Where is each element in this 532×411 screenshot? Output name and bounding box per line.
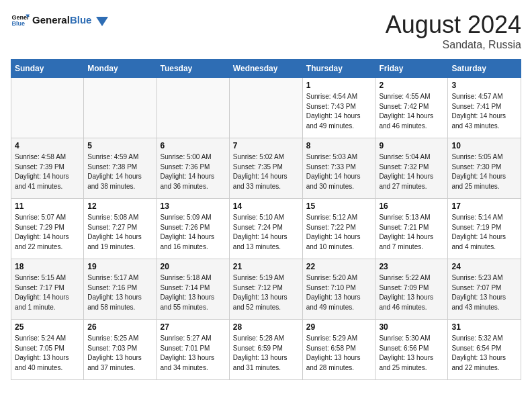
day-cell: 18Sunrise: 5:15 AM Sunset: 7:17 PM Dayli… — [11, 259, 84, 320]
day-number: 23 — [379, 262, 444, 271]
day-info: Sunrise: 4:55 AM Sunset: 7:42 PM Dayligh… — [379, 92, 444, 131]
day-cell: 14Sunrise: 5:10 AM Sunset: 7:24 PM Dayli… — [229, 199, 302, 259]
day-cell: 23Sunrise: 5:22 AM Sunset: 7:09 PM Dayli… — [375, 259, 448, 320]
calendar-header-row: SundayMondayTuesdayWednesdayThursdayFrid… — [11, 60, 521, 78]
calendar-body: 1Sunrise: 4:54 AM Sunset: 7:43 PM Daylig… — [11, 78, 521, 380]
logo-text: GeneralBlue — [32, 14, 108, 26]
day-number: 18 — [15, 262, 80, 271]
day-info: Sunrise: 5:20 AM Sunset: 7:10 PM Dayligh… — [306, 273, 372, 312]
day-cell — [11, 78, 84, 138]
day-info: Sunrise: 5:28 AM Sunset: 6:59 PM Dayligh… — [233, 334, 299, 373]
day-cell: 26Sunrise: 5:25 AM Sunset: 7:03 PM Dayli… — [84, 320, 157, 380]
day-number: 4 — [15, 141, 80, 150]
day-cell: 9Sunrise: 5:04 AM Sunset: 7:32 PM Daylig… — [375, 138, 448, 199]
day-info: Sunrise: 5:18 AM Sunset: 7:14 PM Dayligh… — [161, 273, 226, 312]
day-number: 30 — [379, 322, 444, 332]
header-friday: Friday — [375, 60, 448, 78]
header-thursday: Thursday — [302, 60, 375, 78]
day-number: 14 — [233, 201, 299, 211]
day-number: 5 — [87, 141, 152, 150]
calendar-subtitle: Sandata, Russia — [386, 39, 521, 51]
day-number: 28 — [233, 322, 299, 332]
day-cell: 12Sunrise: 5:08 AM Sunset: 7:27 PM Dayli… — [84, 199, 157, 259]
day-cell: 2Sunrise: 4:55 AM Sunset: 7:42 PM Daylig… — [375, 78, 448, 138]
day-number: 11 — [15, 201, 80, 211]
day-number: 10 — [451, 141, 517, 150]
week-row-4: 18Sunrise: 5:15 AM Sunset: 7:17 PM Dayli… — [11, 259, 521, 320]
logo-icon: General Blue — [11, 11, 30, 30]
day-cell — [229, 78, 302, 138]
svg-text:Blue: Blue — [11, 20, 25, 27]
day-info: Sunrise: 5:15 AM Sunset: 7:17 PM Dayligh… — [15, 273, 80, 312]
day-cell: 8Sunrise: 5:03 AM Sunset: 7:33 PM Daylig… — [302, 138, 375, 199]
day-info: Sunrise: 5:23 AM Sunset: 7:07 PM Dayligh… — [451, 273, 517, 312]
day-cell: 6Sunrise: 5:00 AM Sunset: 7:36 PM Daylig… — [157, 138, 229, 199]
day-cell: 13Sunrise: 5:09 AM Sunset: 7:26 PM Dayli… — [157, 199, 229, 259]
day-number: 19 — [87, 262, 152, 271]
day-info: Sunrise: 4:57 AM Sunset: 7:41 PM Dayligh… — [451, 92, 517, 131]
day-cell: 30Sunrise: 5:30 AM Sunset: 6:56 PM Dayli… — [375, 320, 448, 380]
day-cell: 21Sunrise: 5:19 AM Sunset: 7:12 PM Dayli… — [229, 259, 302, 320]
day-cell: 7Sunrise: 5:02 AM Sunset: 7:35 PM Daylig… — [229, 138, 302, 199]
header-saturday: Saturday — [448, 60, 521, 78]
day-number: 24 — [451, 262, 517, 271]
day-info: Sunrise: 5:08 AM Sunset: 7:27 PM Dayligh… — [87, 213, 152, 252]
day-info: Sunrise: 5:09 AM Sunset: 7:26 PM Dayligh… — [161, 213, 226, 252]
day-info: Sunrise: 4:58 AM Sunset: 7:39 PM Dayligh… — [15, 152, 80, 191]
day-cell: 28Sunrise: 5:28 AM Sunset: 6:59 PM Dayli… — [229, 320, 302, 380]
logo-arrow-icon — [96, 17, 108, 26]
header-sunday: Sunday — [11, 60, 84, 78]
day-info: Sunrise: 5:25 AM Sunset: 7:03 PM Dayligh… — [87, 334, 152, 373]
day-cell: 4Sunrise: 4:58 AM Sunset: 7:39 PM Daylig… — [11, 138, 84, 199]
logo: General Blue GeneralBlue — [11, 11, 108, 30]
day-info: Sunrise: 5:05 AM Sunset: 7:30 PM Dayligh… — [451, 152, 517, 191]
day-info: Sunrise: 5:13 AM Sunset: 7:21 PM Dayligh… — [379, 213, 444, 252]
day-cell: 3Sunrise: 4:57 AM Sunset: 7:41 PM Daylig… — [448, 78, 521, 138]
day-number: 15 — [306, 201, 372, 211]
day-info: Sunrise: 5:22 AM Sunset: 7:09 PM Dayligh… — [379, 273, 444, 312]
day-number: 3 — [451, 81, 517, 90]
day-cell: 20Sunrise: 5:18 AM Sunset: 7:14 PM Dayli… — [157, 259, 229, 320]
day-number: 31 — [451, 322, 517, 332]
day-info: Sunrise: 5:00 AM Sunset: 7:36 PM Dayligh… — [161, 152, 226, 191]
calendar-table: SundayMondayTuesdayWednesdayThursdayFrid… — [11, 59, 521, 380]
day-number: 25 — [15, 322, 80, 332]
day-cell: 15Sunrise: 5:12 AM Sunset: 7:22 PM Dayli… — [302, 199, 375, 259]
page-header: General Blue GeneralBlue August 2024 San… — [11, 11, 521, 51]
title-block: August 2024 Sandata, Russia — [386, 11, 521, 51]
day-cell: 24Sunrise: 5:23 AM Sunset: 7:07 PM Dayli… — [448, 259, 521, 320]
day-info: Sunrise: 5:29 AM Sunset: 6:58 PM Dayligh… — [306, 334, 372, 373]
day-number: 17 — [451, 201, 517, 211]
day-info: Sunrise: 5:12 AM Sunset: 7:22 PM Dayligh… — [306, 213, 372, 252]
day-info: Sunrise: 5:04 AM Sunset: 7:32 PM Dayligh… — [379, 152, 444, 191]
day-info: Sunrise: 5:10 AM Sunset: 7:24 PM Dayligh… — [233, 213, 299, 252]
day-info: Sunrise: 5:24 AM Sunset: 7:05 PM Dayligh… — [15, 334, 80, 373]
day-info: Sunrise: 5:32 AM Sunset: 6:54 PM Dayligh… — [451, 334, 517, 373]
day-cell: 1Sunrise: 4:54 AM Sunset: 7:43 PM Daylig… — [302, 78, 375, 138]
day-info: Sunrise: 4:54 AM Sunset: 7:43 PM Dayligh… — [306, 92, 372, 131]
day-cell: 22Sunrise: 5:20 AM Sunset: 7:10 PM Dayli… — [302, 259, 375, 320]
day-info: Sunrise: 5:17 AM Sunset: 7:16 PM Dayligh… — [87, 273, 152, 312]
day-number: 13 — [161, 201, 226, 211]
day-number: 21 — [233, 262, 299, 271]
week-row-5: 25Sunrise: 5:24 AM Sunset: 7:05 PM Dayli… — [11, 320, 521, 380]
day-info: Sunrise: 5:19 AM Sunset: 7:12 PM Dayligh… — [233, 273, 299, 312]
day-number: 2 — [379, 81, 444, 90]
day-cell: 5Sunrise: 4:59 AM Sunset: 7:38 PM Daylig… — [84, 138, 157, 199]
day-cell — [157, 78, 229, 138]
day-cell — [84, 78, 157, 138]
day-cell: 29Sunrise: 5:29 AM Sunset: 6:58 PM Dayli… — [302, 320, 375, 380]
day-info: Sunrise: 5:03 AM Sunset: 7:33 PM Dayligh… — [306, 152, 372, 191]
day-number: 27 — [161, 322, 226, 332]
week-row-1: 1Sunrise: 4:54 AM Sunset: 7:43 PM Daylig… — [11, 78, 521, 138]
day-number: 6 — [161, 141, 226, 150]
day-number: 16 — [379, 201, 444, 211]
header-monday: Monday — [84, 60, 157, 78]
week-row-3: 11Sunrise: 5:07 AM Sunset: 7:29 PM Dayli… — [11, 199, 521, 259]
day-info: Sunrise: 4:59 AM Sunset: 7:38 PM Dayligh… — [87, 152, 152, 191]
header-wednesday: Wednesday — [229, 60, 302, 78]
day-number: 8 — [306, 141, 372, 150]
day-number: 22 — [306, 262, 372, 271]
day-number: 1 — [306, 81, 372, 90]
day-info: Sunrise: 5:27 AM Sunset: 7:01 PM Dayligh… — [161, 334, 226, 373]
